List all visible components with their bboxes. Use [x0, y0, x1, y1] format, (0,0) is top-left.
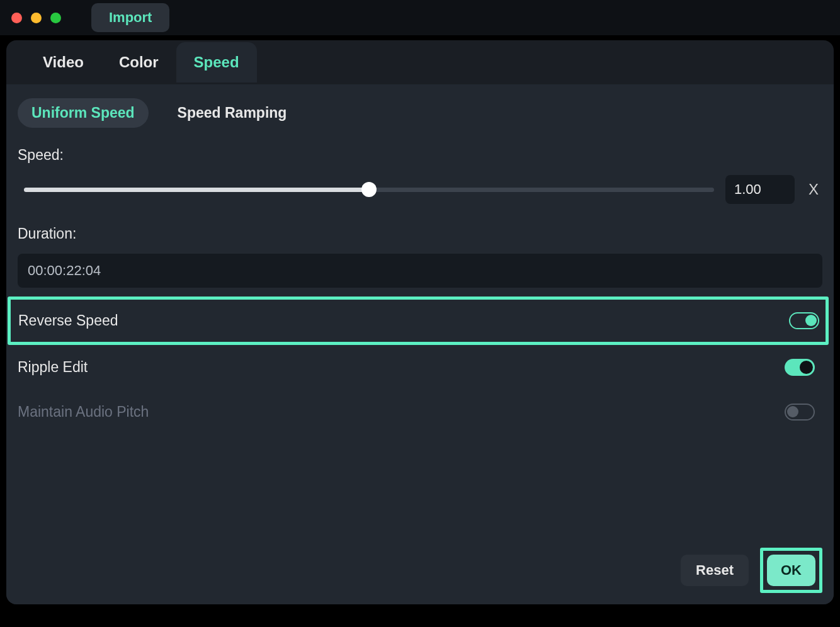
speed-tab-content: Uniform Speed Speed Ramping Speed: X Dur…: [6, 84, 834, 604]
speed-slider[interactable]: [24, 188, 714, 192]
speed-slider-fill: [24, 188, 369, 192]
toggle-knob-icon: [787, 406, 798, 417]
duration-input[interactable]: [18, 254, 822, 288]
ripple-edit-row: Ripple Edit: [18, 345, 822, 390]
speed-label: Speed:: [18, 147, 822, 164]
reverse-speed-highlight: Reverse Speed: [8, 297, 829, 345]
speed-value-input[interactable]: [725, 175, 795, 204]
minimize-window-icon[interactable]: [31, 13, 42, 23]
ripple-edit-toggle[interactable]: [785, 359, 815, 376]
maintain-pitch-toggle[interactable]: [785, 404, 815, 421]
speed-slider-thumb[interactable]: [361, 182, 377, 197]
panel-footer: Reset OK: [681, 548, 822, 593]
maintain-pitch-label: Maintain Audio Pitch: [18, 404, 149, 421]
window-controls: [11, 13, 61, 23]
reverse-speed-row: Reverse Speed: [18, 312, 819, 329]
ok-button-highlight: OK: [760, 548, 822, 593]
ok-button[interactable]: OK: [767, 555, 815, 586]
close-window-icon[interactable]: [11, 13, 22, 23]
toggle-knob-icon: [800, 361, 813, 374]
speed-unit-label: X: [809, 181, 819, 198]
subtab-uniform-speed[interactable]: Uniform Speed: [18, 98, 149, 128]
speed-control-row: X: [18, 175, 822, 204]
maintain-pitch-row: Maintain Audio Pitch: [18, 390, 822, 434]
reverse-speed-label: Reverse Speed: [18, 312, 118, 329]
subtab-speed-ramping[interactable]: Speed Ramping: [164, 98, 301, 128]
panel-tabs: Video Color Speed: [6, 40, 834, 84]
ripple-edit-label: Ripple Edit: [18, 359, 88, 376]
tab-color[interactable]: Color: [101, 42, 176, 82]
editor-panel: Video Color Speed Uniform Speed Speed Ra…: [6, 40, 834, 604]
speed-subtabs: Uniform Speed Speed Ramping: [18, 98, 822, 128]
zoom-window-icon[interactable]: [50, 13, 61, 23]
reverse-speed-toggle[interactable]: [789, 312, 819, 329]
reset-button[interactable]: Reset: [681, 555, 749, 586]
import-button[interactable]: Import: [91, 3, 169, 32]
titlebar: Import: [0, 0, 840, 35]
tab-speed[interactable]: Speed: [176, 42, 257, 82]
tab-video[interactable]: Video: [25, 42, 101, 82]
toggle-knob-icon: [805, 315, 817, 326]
duration-label: Duration:: [18, 225, 822, 242]
